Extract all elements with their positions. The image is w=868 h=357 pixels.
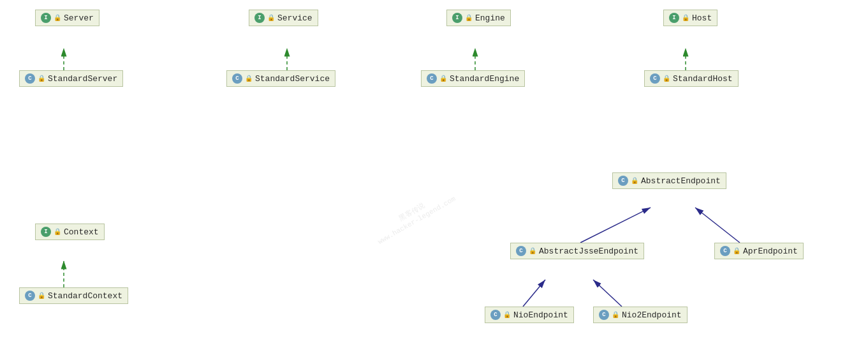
node-engine-iface: I 🔒 Engine	[446, 10, 511, 26]
label-nio-endpoint: NioEndpoint	[513, 310, 568, 320]
lock-context: 🔒	[54, 228, 61, 236]
node-abstract-endpoint: C 🔒 AbstractEndpoint	[612, 172, 726, 189]
lock-stdservice: 🔒	[245, 75, 253, 82]
label-standard-server: StandardServer	[48, 74, 117, 84]
lock-nioep: 🔒	[503, 311, 511, 319]
label-abstract-jsse: AbstractJsseEndpoint	[539, 247, 638, 256]
badge-c-aprep: C	[720, 246, 730, 256]
badge-c-nioep: C	[490, 310, 501, 320]
badge-i-server: I	[41, 13, 51, 23]
lock-abstractep: 🔒	[631, 177, 638, 185]
node-server-iface: I 🔒 Server	[35, 10, 99, 26]
watermark: 黑客传说www.hacker-legend.com	[327, 129, 501, 303]
label-abstract-endpoint: AbstractEndpoint	[641, 176, 721, 186]
lock-service: 🔒	[267, 14, 275, 22]
node-service-iface: I 🔒 Service	[249, 10, 318, 26]
svg-line-6	[695, 208, 740, 243]
label-standard-service: StandardService	[255, 74, 330, 84]
label-standard-host: StandardHost	[673, 74, 733, 84]
node-standard-engine: C 🔒 StandardEngine	[421, 70, 525, 87]
lock-stdhost: 🔒	[663, 75, 670, 82]
badge-i-engine: I	[452, 13, 462, 23]
badge-c-abstractjsse: C	[516, 246, 526, 256]
lock-stdserver: 🔒	[38, 75, 45, 82]
badge-c-stdhost: C	[650, 73, 660, 84]
lock-nio2ep: 🔒	[612, 311, 619, 319]
badge-c-stdservice: C	[232, 73, 242, 84]
lock-server: 🔒	[54, 14, 61, 22]
diagram-canvas: I 🔒 Server C 🔒 StandardServer I 🔒 Servic…	[0, 0, 868, 357]
badge-i-context: I	[41, 227, 51, 237]
node-standard-context: C 🔒 StandardContext	[19, 287, 128, 304]
svg-line-5	[580, 208, 651, 243]
badge-c-stdengine: C	[427, 73, 437, 84]
label-engine-iface: Engine	[475, 13, 505, 23]
badge-c-abstractep: C	[618, 176, 628, 186]
label-standard-context: StandardContext	[48, 291, 122, 301]
node-standard-service: C 🔒 StandardService	[226, 70, 335, 87]
node-standard-host: C 🔒 StandardHost	[644, 70, 739, 87]
label-host-iface: Host	[692, 13, 712, 23]
node-apr-endpoint: C 🔒 AprEndpoint	[714, 243, 804, 259]
label-service-iface: Service	[277, 13, 313, 23]
badge-i-service: I	[254, 13, 265, 23]
badge-i-host: I	[669, 13, 679, 23]
badge-c-stdserver: C	[25, 73, 35, 84]
label-nio2-endpoint: Nio2Endpoint	[622, 310, 682, 320]
node-abstract-jsse: C 🔒 AbstractJsseEndpoint	[510, 243, 644, 259]
label-context-iface: Context	[64, 227, 99, 237]
lock-engine: 🔒	[465, 14, 473, 22]
lock-host: 🔒	[682, 14, 689, 22]
lock-abstractjsse: 🔒	[529, 247, 536, 255]
label-server-iface: Server	[64, 13, 94, 23]
badge-c-stdcontext: C	[25, 291, 35, 301]
lock-stdengine: 🔒	[439, 75, 447, 82]
badge-c-nio2ep: C	[599, 310, 609, 320]
label-standard-engine: StandardEngine	[450, 74, 519, 84]
node-standard-server: C 🔒 StandardServer	[19, 70, 123, 87]
lock-aprep: 🔒	[733, 247, 740, 255]
node-host-iface: I 🔒 Host	[663, 10, 717, 26]
svg-line-7	[523, 280, 545, 307]
lock-stdcontext: 🔒	[38, 292, 45, 300]
svg-line-8	[593, 280, 622, 307]
node-nio2-endpoint: C 🔒 Nio2Endpoint	[593, 307, 688, 323]
node-nio-endpoint: C 🔒 NioEndpoint	[485, 307, 574, 323]
label-apr-endpoint: AprEndpoint	[743, 247, 798, 256]
node-context-iface: I 🔒 Context	[35, 224, 105, 240]
